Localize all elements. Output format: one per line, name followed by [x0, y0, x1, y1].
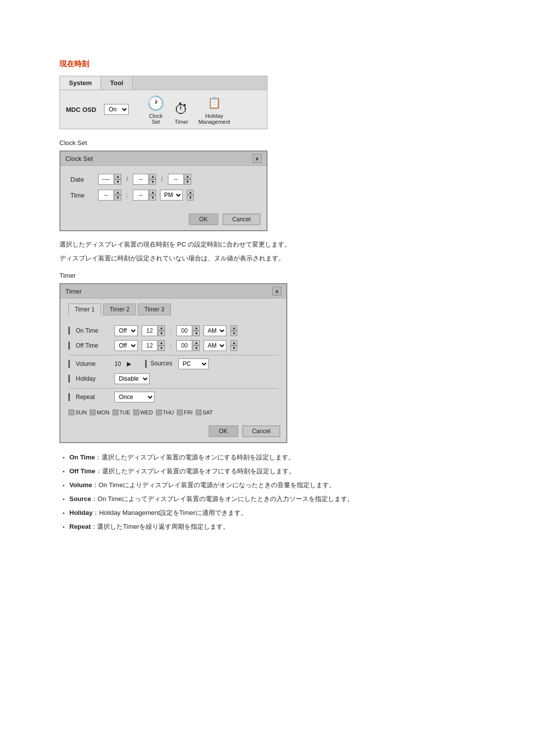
list-item-volume: Volume：On Timeによりディスプレイ装置の電源がオンになったときの音量… — [69, 481, 476, 490]
time-ampm-down[interactable]: ▼ — [187, 195, 194, 201]
on-time-min-up[interactable]: ▲ — [193, 325, 200, 331]
day-tue-label: TUE — [119, 409, 130, 415]
clock-set-cancel-btn[interactable]: Cancel — [222, 213, 261, 225]
volume-arrow[interactable]: ▶ — [127, 360, 131, 367]
timer-icon-item[interactable]: ⏱ Timer — [172, 100, 190, 125]
timer-ok-btn[interactable]: OK — [209, 425, 238, 437]
sources-pipe-label: Sources — [145, 360, 172, 368]
on-time-ampm-down[interactable]: ▼ — [230, 331, 237, 336]
volume-value: 10 — [114, 360, 121, 367]
timer-cancel-btn[interactable]: Cancel — [242, 425, 280, 437]
clock-set-icon-item[interactable]: 🕐 ClockSet — [147, 94, 164, 125]
timer-tab-3[interactable]: Timer 3 — [138, 303, 170, 315]
date-up-1[interactable]: ▲ — [114, 174, 121, 179]
date-field-1: ---- ▲ ▼ — [98, 174, 121, 185]
on-time-select[interactable]: Off On — [114, 325, 138, 336]
pipe-repeat — [68, 393, 70, 401]
repeat-row: Repeat Once Everyday Mon~Fri Mon~Sat Sat… — [68, 392, 278, 403]
day-wed[interactable]: WED — [133, 409, 153, 415]
time-up-1[interactable]: ▲ — [114, 190, 121, 195]
date-spinner-1: ▲ ▼ — [114, 174, 121, 185]
on-time-hour-spinner: ▲ ▼ — [158, 325, 165, 336]
off-time-min-up[interactable]: ▲ — [193, 340, 200, 346]
date-spinner-2: ▲ ▼ — [149, 174, 156, 185]
time-ampm-up[interactable]: ▲ — [187, 190, 194, 195]
desc-repeat: 選択したTimerを繰り返す周期を指定します。 — [97, 523, 229, 530]
clock-set-dialog: Clock Set x Date ---- ▲ ▼ / -- ▲ ▼ / — [59, 151, 268, 231]
on-time-ampm-select[interactable]: AM PM — [204, 325, 226, 336]
time-up-2[interactable]: ▲ — [149, 190, 156, 195]
date-down-2[interactable]: ▼ — [149, 179, 156, 185]
mdc-osd-select[interactable]: On Off — [104, 104, 129, 115]
on-time-min-down[interactable]: ▼ — [193, 331, 200, 336]
mdc-body: MDC OSD On Off 🕐 ClockSet ⏱ Timer 📋 Holi… — [60, 90, 267, 129]
section-title: 現在時刻 — [59, 59, 476, 69]
tab-tool[interactable]: Tool — [101, 76, 132, 90]
on-time-hour-down[interactable]: ▼ — [158, 331, 165, 336]
day-fri-checkbox[interactable] — [177, 409, 183, 415]
time-down-1[interactable]: ▼ — [114, 195, 121, 201]
date-up-3[interactable]: ▲ — [184, 174, 191, 179]
date-sep-1: / — [125, 176, 129, 183]
on-time-label: On Time — [76, 327, 110, 334]
term-holiday: Holiday — [69, 509, 93, 516]
date-down-1[interactable]: ▼ — [114, 179, 121, 185]
day-sun[interactable]: SUN — [68, 409, 87, 415]
clock-set-close-btn[interactable]: x — [253, 154, 262, 163]
off-time-ampm-down[interactable]: ▼ — [230, 346, 237, 351]
day-wed-checkbox[interactable] — [133, 409, 139, 415]
off-time-row: Off Time Off On 12 ▲ ▼ : 00 ▲ ▼ — [68, 340, 278, 351]
bullet-list: On Time：選択したディスプレイ装置の電源をオンにする時刻を設定します。 O… — [69, 453, 476, 531]
day-thu[interactable]: THU — [156, 409, 174, 415]
holiday-icon-item[interactable]: 📋 HolidayManagement — [198, 94, 230, 125]
day-thu-label: THU — [163, 409, 174, 415]
date-down-3[interactable]: ▼ — [184, 179, 191, 185]
tab-system[interactable]: System — [60, 76, 101, 90]
on-time-row: On Time Off On 12 ▲ ▼ : 00 ▲ ▼ — [68, 325, 278, 336]
date-row: Date ---- ▲ ▼ / -- ▲ ▼ / -- ▲ — [70, 174, 257, 185]
on-time-min-field: 00 ▲ ▼ — [176, 325, 200, 336]
holiday-label: Holiday — [76, 375, 110, 382]
sources-select[interactable]: PC HDMI — [178, 358, 209, 369]
time-down-2[interactable]: ▼ — [149, 195, 156, 201]
day-tue[interactable]: TUE — [112, 409, 130, 415]
mdc-osd-select-wrap: On Off — [104, 104, 129, 115]
pipe-vol — [68, 360, 70, 368]
term-volume: Volume — [69, 481, 92, 489]
desc-volume: On Timeによりディスプレイ装置の電源がオンになったときの音量を指定します。 — [99, 481, 335, 489]
off-time-min-spinner: ▲ ▼ — [193, 340, 200, 351]
date-val-2: -- — [133, 174, 149, 185]
off-time-select[interactable]: Off On — [114, 340, 138, 351]
day-thu-checkbox[interactable] — [156, 409, 162, 415]
on-time-hour-up[interactable]: ▲ — [158, 325, 165, 331]
colon-on-time: ： — [95, 454, 102, 461]
time-ampm-select[interactable]: PM AM — [160, 190, 183, 201]
off-time-hour-up[interactable]: ▲ — [158, 340, 165, 346]
off-time-hour-down[interactable]: ▼ — [158, 346, 165, 351]
timer-tab-1[interactable]: Timer 1 — [68, 303, 101, 315]
repeat-select[interactable]: Once Everyday Mon~Fri Mon~Sat Sat~Sun Ma… — [114, 392, 155, 403]
holiday-select[interactable]: Disable Enable — [114, 373, 150, 384]
off-time-ampm-select[interactable]: AM PM — [204, 340, 226, 351]
day-sun-checkbox[interactable] — [68, 409, 74, 415]
date-up-2[interactable]: ▲ — [149, 174, 156, 179]
day-sat-checkbox[interactable] — [196, 409, 202, 415]
list-item-repeat: Repeat：選択したTimerを繰り返す周期を指定します。 — [69, 522, 476, 531]
day-fri-label: FRI — [184, 409, 193, 415]
day-fri[interactable]: FRI — [177, 409, 193, 415]
timer-divider-2 — [68, 388, 278, 389]
day-mon-checkbox[interactable] — [90, 409, 96, 415]
timer-close-btn[interactable]: x — [272, 287, 281, 296]
timer-tab-2[interactable]: Timer 2 — [103, 303, 136, 315]
clock-set-footer: OK Cancel — [60, 210, 267, 230]
day-sat[interactable]: SAT — [196, 409, 213, 415]
clock-set-ok-btn[interactable]: OK — [189, 213, 218, 225]
term-source: Source — [69, 495, 91, 503]
on-time-ampm-up[interactable]: ▲ — [230, 325, 237, 331]
list-item-off-time: Off Time：選択したディスプレイ装置の電源をオフにする時刻を設定します。 — [69, 467, 476, 476]
day-tue-checkbox[interactable] — [112, 409, 118, 415]
off-time-min-down[interactable]: ▼ — [193, 346, 200, 351]
mdc-icons: 🕐 ClockSet ⏱ Timer 📋 HolidayManagement — [147, 94, 230, 125]
off-time-ampm-up[interactable]: ▲ — [230, 340, 237, 346]
day-mon[interactable]: MON — [90, 409, 109, 415]
